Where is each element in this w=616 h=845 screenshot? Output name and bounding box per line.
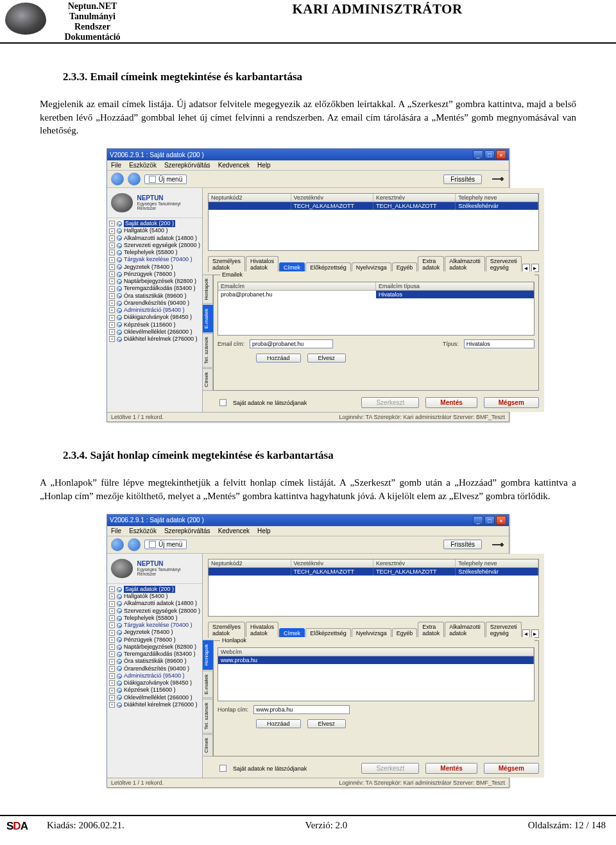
refresh-button[interactable]: Frissítés <box>443 540 482 549</box>
tree-expand-icon[interactable]: + <box>109 673 115 679</box>
tree-expand-icon[interactable]: + <box>109 235 115 241</box>
remove-button[interactable]: Elvesz <box>307 719 346 728</box>
nav-tree[interactable]: +Saját adatok (200 )+Hallgatók (5400 )+A… <box>107 584 202 778</box>
col-vezeteknev[interactable]: Vezetéknév <box>291 194 373 201</box>
tree-item[interactable]: +Szervezeti egységek (28000 ) <box>108 608 201 615</box>
tree-item[interactable]: +Jegyzetek (78400 ) <box>108 629 201 636</box>
tab-alk[interactable]: Alkalmazotti adatok <box>445 256 485 272</box>
tree-expand-icon[interactable]: + <box>109 688 115 694</box>
menu-tools[interactable]: Eszközök <box>129 527 157 534</box>
tree-item[interactable]: +Adminisztráció (95400 ) <box>108 672 201 679</box>
nav-fwd-icon[interactable] <box>128 538 141 551</box>
nav-back-icon[interactable] <box>111 173 124 185</box>
new-menu-toggle[interactable]: Új menü <box>144 175 187 184</box>
tab-egyeb[interactable]: Egyéb <box>392 262 418 272</box>
tree-item[interactable]: +Adminisztráció (95400 ) <box>108 307 201 314</box>
nav-tree[interactable]: +Saját adatok (200 )+Hallgatók (5400 )+A… <box>107 218 202 412</box>
tab-szerv[interactable]: Szervezeti egység <box>486 622 522 638</box>
hide-own-checkbox[interactable] <box>219 399 227 406</box>
tree-item[interactable]: +Hallgatók (5400 ) <box>108 593 201 600</box>
tree-item[interactable]: +Telephelyek (55800 ) <box>108 615 201 622</box>
col-telephely[interactable]: Telephely neve <box>456 559 538 567</box>
tree-expand-icon[interactable]: + <box>109 702 115 708</box>
tree-expand-icon[interactable]: + <box>109 286 115 292</box>
tree-item[interactable]: +Jegyzetek (78400 ) <box>108 264 201 271</box>
tree-item[interactable]: +Saját adatok (200 ) <box>108 220 201 227</box>
vtab-tel[interactable]: Tel. számok <box>203 333 213 368</box>
minimize-icon[interactable]: _ <box>473 516 483 525</box>
tree-expand-icon[interactable]: + <box>109 271 115 277</box>
tree-item[interactable]: +Oklevélmelléklet (266000 ) <box>108 329 201 336</box>
tree-expand-icon[interactable]: + <box>109 336 115 342</box>
menu-file[interactable]: File <box>111 527 121 534</box>
web-url-input[interactable] <box>253 705 350 714</box>
tab-nyelv[interactable]: Nyelvvizsga <box>352 262 391 272</box>
tree-expand-icon[interactable]: + <box>109 315 115 321</box>
tree-expand-icon[interactable]: + <box>109 329 115 335</box>
tab-cimek[interactable]: Címek <box>279 628 305 638</box>
edit-button[interactable]: Szerkeszt <box>361 763 419 774</box>
tree-expand-icon[interactable]: + <box>109 228 115 234</box>
tree-item[interactable]: +Diákhitel kérelmek (276000 ) <box>108 701 201 708</box>
tab-extra[interactable]: Extra adatok <box>418 256 444 272</box>
tab-szerv[interactable]: Szervezeti egység <box>486 256 522 272</box>
email-grid-row[interactable]: proba@probanet.hu Hivatalos <box>218 291 534 298</box>
tree-item[interactable]: +Óra statisztikák (89600 ) <box>108 293 201 300</box>
email-grid[interactable]: Emailcím Emailcím típusa proba@probanet.… <box>218 282 535 336</box>
col-emailcim[interactable]: Emailcím <box>218 282 376 290</box>
tab-elokep[interactable]: Előképzettség <box>305 262 351 272</box>
tree-expand-icon[interactable]: + <box>109 322 115 328</box>
save-button[interactable]: Mentés <box>425 763 477 774</box>
menu-file[interactable]: File <box>111 162 121 169</box>
vtab-emailek[interactable]: E-mailek <box>203 305 213 332</box>
col-emailtipus[interactable]: Emailcím típusa <box>376 282 534 290</box>
minimize-icon[interactable]: _ <box>473 150 483 159</box>
top-grid-row[interactable]: TECH_ALKALMAZOTT TECH_ALKALMAZOTT Székes… <box>209 568 538 576</box>
tree-expand-icon[interactable]: + <box>109 695 115 701</box>
pin-icon[interactable] <box>492 175 505 183</box>
tree-expand-icon[interactable]: + <box>109 601 115 607</box>
email-type-select[interactable] <box>464 339 535 348</box>
email-input[interactable] <box>250 339 333 348</box>
edit-button[interactable]: Szerkeszt <box>361 397 419 408</box>
tree-expand-icon[interactable]: + <box>109 680 115 686</box>
vtab-cimek[interactable]: Címek <box>203 368 213 391</box>
tree-item[interactable]: +Szervezeti egységek (28000 ) <box>108 242 201 249</box>
tree-expand-icon[interactable]: + <box>109 250 115 255</box>
close-icon[interactable]: × <box>496 516 506 525</box>
tree-item[interactable]: +Teremgazdálkodás (83400 ) <box>108 651 201 658</box>
tree-item[interactable]: +Tárgyak kezelése (70400 ) <box>108 256 201 263</box>
tree-item[interactable]: +Naptárbejegyzések (82800 ) <box>108 644 201 651</box>
tree-expand-icon[interactable]: + <box>109 666 115 672</box>
tree-expand-icon[interactable]: + <box>109 615 115 621</box>
tab-szemelyes[interactable]: Személyes adatok <box>208 256 245 272</box>
tree-expand-icon[interactable]: + <box>109 637 115 643</box>
menu-help[interactable]: Help <box>257 527 271 534</box>
tree-item[interactable]: +Naptárbejegyzések (82800 ) <box>108 278 201 285</box>
save-button[interactable]: Mentés <box>425 397 477 408</box>
menu-roleswitch[interactable]: Szerepkörváltás <box>164 162 210 169</box>
tree-expand-icon[interactable]: + <box>109 622 115 628</box>
tree-item[interactable]: +Pénzügyek (78600 ) <box>108 271 201 278</box>
close-icon[interactable]: × <box>496 150 506 159</box>
tree-item[interactable]: +Pénzügyek (78600 ) <box>108 636 201 644</box>
tree-item[interactable]: +Saját adatok (200 ) <box>108 586 201 593</box>
hide-own-checkbox[interactable] <box>219 765 227 772</box>
col-vezeteknev[interactable]: Vezetéknév <box>291 559 373 567</box>
menu-favs[interactable]: Kedvencek <box>218 527 250 534</box>
col-neptunkod[interactable]: Neptunkód2 <box>209 194 291 201</box>
tab-extra[interactable]: Extra adatok <box>418 622 444 638</box>
col-telephely[interactable]: Telephely neve <box>456 194 538 201</box>
top-grid-row[interactable]: TECH_ALKALMAZOTT TECH_ALKALMAZOTT Székes… <box>209 202 538 210</box>
col-keresztnev[interactable]: Keresztnév <box>373 559 456 567</box>
window-titlebar[interactable]: V2006.2.9.1 : Saját adatok (200 ) _ □ × <box>107 515 509 526</box>
add-button[interactable]: Hozzáad <box>256 354 301 363</box>
col-webcim[interactable]: Webcím <box>218 648 534 656</box>
tree-item[interactable]: +Oklevélmelléklet (266000 ) <box>108 694 201 701</box>
tree-expand-icon[interactable]: + <box>109 307 115 313</box>
tab-szemelyes[interactable]: Személyes adatok <box>208 622 245 638</box>
tree-item[interactable]: +Képzések (115600 ) <box>108 321 201 329</box>
tree-item[interactable]: +Hallgatók (5400 ) <box>108 227 201 234</box>
vtab-cimek[interactable]: Címek <box>203 734 213 756</box>
tree-expand-icon[interactable]: + <box>109 644 115 650</box>
